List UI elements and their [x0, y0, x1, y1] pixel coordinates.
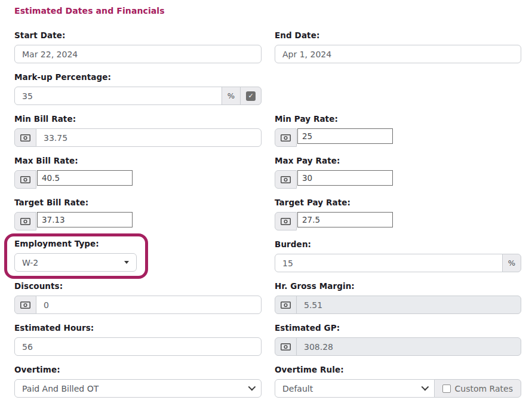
money-bill-icon — [281, 302, 291, 309]
employment-type-value: W-2 — [22, 258, 119, 267]
overtime-value: Paid And Billed OT — [22, 384, 244, 393]
money-addon — [275, 337, 297, 356]
discounts-field: Discounts: — [14, 281, 262, 314]
overtime-rule-value: Default — [282, 384, 417, 393]
custom-rates-addon: Custom Rates — [434, 379, 521, 398]
estimated-hours-input[interactable] — [14, 337, 262, 356]
money-addon — [275, 128, 297, 147]
markup-percentage-label: Mark-up Percentage: — [14, 72, 262, 82]
money-bill-icon — [281, 343, 291, 350]
start-date-label: Start Date: — [14, 30, 262, 41]
money-addon — [275, 296, 297, 314]
target-pay-rate-input[interactable] — [297, 212, 393, 227]
money-addon — [14, 212, 36, 230]
estimated-hours-label: Estimated Hours: — [14, 322, 262, 333]
overtime-rule-field: Overtime Rule: Default Custom Rates — [275, 364, 521, 398]
min-bill-rate-label: Min Bill Rate: — [14, 113, 262, 124]
burden-input[interactable] — [275, 254, 503, 272]
spacer-cell — [275, 72, 521, 105]
start-date-input[interactable] — [14, 45, 262, 63]
max-pay-rate-input[interactable] — [297, 170, 393, 186]
start-date-field: Start Date: — [14, 30, 262, 63]
money-addon — [275, 212, 297, 230]
overtime-select[interactable]: Paid And Billed OT — [14, 379, 262, 398]
max-bill-rate-label: Max Bill Rate: — [14, 155, 262, 166]
target-bill-rate-field: Target Bill Rate: — [14, 197, 262, 230]
max-pay-rate-field: Max Pay Rate: — [275, 155, 521, 189]
overtime-rule-label: Overtime Rule: — [275, 364, 521, 375]
overtime-label: Overtime: — [14, 364, 262, 375]
estimated-dates-financials-section: Estimated Dates and Financials Start Dat… — [0, 0, 532, 398]
custom-rates-label: Custom Rates — [455, 384, 513, 393]
money-addon — [14, 296, 36, 314]
overtime-rule-select[interactable]: Default — [275, 379, 435, 398]
chevron-down-icon — [421, 383, 429, 390]
money-addon — [14, 170, 36, 189]
estimated-gp-input — [296, 337, 521, 356]
percent-icon: % — [222, 87, 241, 105]
employment-type-field: Employment Type: W-2 — [14, 239, 262, 272]
min-bill-rate-field: Min Bill Rate: — [14, 113, 262, 147]
max-pay-rate-label: Max Pay Rate: — [275, 155, 521, 166]
end-date-field: End Date: — [275, 30, 521, 63]
employment-type-select[interactable]: W-2 — [14, 253, 137, 272]
markup-apply-checkbox[interactable]: ✓ — [246, 91, 256, 101]
end-date-label: End Date: — [275, 30, 521, 41]
check-icon: ✓ — [248, 92, 253, 100]
discounts-input[interactable] — [36, 296, 262, 314]
caret-down-icon — [124, 261, 129, 264]
burden-label: Burden: — [275, 239, 521, 250]
money-bill-icon — [281, 176, 291, 183]
hr-gross-margin-field: Hr. Gross Margin: — [275, 281, 521, 314]
min-pay-rate-field: Min Pay Rate: — [275, 113, 521, 147]
target-bill-rate-label: Target Bill Rate: — [14, 197, 262, 208]
markup-percentage-input[interactable] — [14, 87, 222, 105]
money-bill-icon — [20, 134, 30, 142]
custom-rates-checkbox[interactable] — [442, 385, 451, 393]
min-pay-rate-label: Min Pay Rate: — [275, 113, 521, 124]
estimated-gp-field: Estimated GP: — [275, 322, 521, 356]
estimated-gp-label: Estimated GP: — [275, 322, 521, 333]
burden-field: Burden: % — [275, 239, 521, 272]
estimated-hours-field: Estimated Hours: — [14, 322, 262, 356]
overtime-field: Overtime: Paid And Billed OT — [14, 364, 262, 398]
max-bill-rate-input[interactable] — [37, 170, 133, 186]
money-bill-icon — [20, 176, 30, 183]
target-pay-rate-label: Target Pay Rate: — [275, 197, 521, 208]
end-date-input[interactable] — [275, 45, 521, 63]
employment-type-highlight: Employment Type: W-2 — [4, 233, 148, 279]
money-bill-icon — [20, 302, 30, 309]
money-bill-icon — [20, 218, 30, 225]
section-title: Estimated Dates and Financials — [14, 6, 521, 16]
markup-apply-addon: ✓ — [240, 87, 262, 105]
hr-gross-margin-label: Hr. Gross Margin: — [275, 281, 521, 291]
employment-type-label: Employment Type: — [14, 238, 138, 249]
money-addon — [14, 128, 36, 147]
markup-percentage-field: Mark-up Percentage: % ✓ — [14, 72, 262, 105]
money-bill-icon — [281, 134, 291, 142]
percent-icon: % — [502, 254, 521, 272]
target-pay-rate-field: Target Pay Rate: — [275, 197, 521, 230]
max-bill-rate-field: Max Bill Rate: — [14, 155, 262, 189]
chevron-down-icon — [248, 383, 256, 390]
discounts-label: Discounts: — [14, 281, 262, 291]
min-bill-rate-input[interactable] — [36, 128, 262, 147]
money-bill-icon — [281, 218, 291, 225]
money-addon — [275, 170, 297, 189]
min-pay-rate-input[interactable] — [297, 128, 393, 144]
hr-gross-margin-input — [296, 296, 521, 314]
target-bill-rate-input[interactable] — [37, 212, 133, 227]
